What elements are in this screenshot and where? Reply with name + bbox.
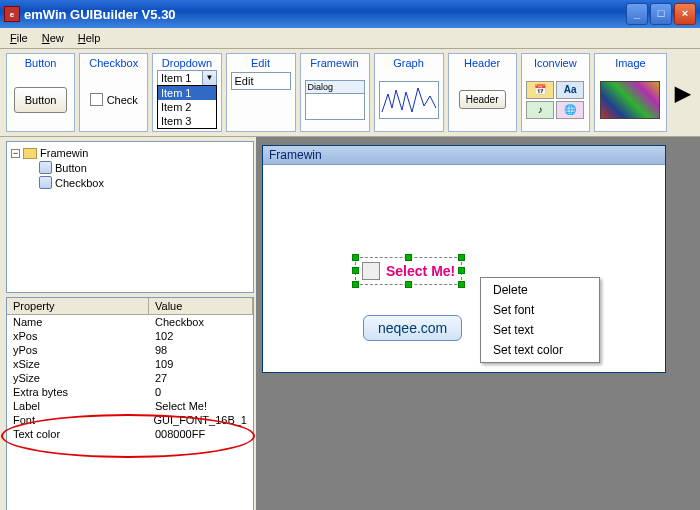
ctx-set-text[interactable]: Set text [481, 320, 599, 340]
calendar-icon: 📅 [526, 81, 554, 99]
widget-icon [39, 161, 52, 174]
header-widget-preview[interactable]: Header [459, 90, 506, 109]
palette-group-image[interactable]: Image [594, 53, 667, 132]
palette-group-framewin[interactable]: Framewin Dialog [300, 53, 370, 132]
dropdown-option[interactable]: Item 3 [158, 114, 216, 128]
palette-header: Edit [229, 56, 293, 70]
palette-header: Button [9, 56, 72, 70]
widget-icon [39, 176, 52, 189]
properties-panel: Property Value NameCheckbox xPos102 yPos… [6, 297, 254, 510]
palette-group-graph[interactable]: Graph [374, 53, 444, 132]
window-buttons: _ □ × [626, 3, 696, 25]
resize-handle[interactable] [405, 281, 412, 288]
palette-group-header[interactable]: Header Header [448, 53, 517, 132]
resize-handle[interactable] [352, 267, 359, 274]
palette-group-dropdown[interactable]: Dropdown Item 1 ▼ Item 1 Item 2 Item 3 [152, 53, 221, 132]
maximize-button[interactable]: □ [650, 3, 672, 25]
prop-row[interactable]: yPos98 [7, 343, 253, 357]
window-title: emWin GUIBuilder V5.30 [24, 7, 626, 22]
menu-new[interactable]: New [36, 30, 70, 46]
minimize-button[interactable]: _ [626, 3, 648, 25]
palette-group-edit[interactable]: Edit Edit [226, 53, 296, 132]
checkbox-label: Select Me! [386, 263, 455, 279]
resize-handle[interactable] [458, 281, 465, 288]
palette-group-iconview[interactable]: Iconview 📅 Aa ♪ 🌐 [521, 53, 590, 132]
design-button-widget[interactable]: neqee.com [363, 315, 462, 341]
dropdown-selected: Item 1 [158, 71, 202, 85]
tree-node-button[interactable]: Button [11, 160, 249, 175]
widget-tree[interactable]: − Framewin Button Checkbox [6, 141, 254, 293]
resize-handle[interactable] [352, 254, 359, 261]
resize-handle[interactable] [405, 254, 412, 261]
checkbox-box[interactable] [362, 262, 380, 280]
resize-handle[interactable] [458, 267, 465, 274]
ctx-set-text-color[interactable]: Set text color [481, 340, 599, 360]
checkbox-icon [90, 93, 103, 106]
tree-node-framewin[interactable]: − Framewin [11, 146, 249, 160]
titlebar: e emWin GUIBuilder V5.30 _ □ × [0, 0, 700, 28]
design-framewin-title: Framewin [263, 146, 665, 165]
prop-row[interactable]: LabelSelect Me! [7, 399, 253, 413]
checkbox-label: Check [107, 94, 138, 106]
prop-row[interactable]: Extra bytes0 [7, 385, 253, 399]
app-icon: e [4, 6, 20, 22]
prop-row[interactable]: Text color008000FF [7, 427, 253, 441]
palette-header: Dropdown [155, 56, 218, 70]
properties-col-value[interactable]: Value [149, 298, 253, 314]
music-icon: ♪ [526, 101, 554, 119]
dropdown-widget-preview[interactable]: Item 1 ▼ [157, 70, 217, 86]
widget-palette: Button Button Checkbox Check Dropdown It… [0, 49, 700, 137]
folder-icon [23, 148, 37, 159]
prop-row[interactable]: xSize109 [7, 357, 253, 371]
menu-file[interactable]: File [4, 30, 34, 46]
properties-col-property[interactable]: Property [7, 298, 149, 314]
design-framewin[interactable]: Framewin Select Me! neqee.com [262, 145, 666, 373]
context-menu: Delete Set font Set text Set text color [480, 277, 600, 363]
palette-group-checkbox[interactable]: Checkbox Check [79, 53, 148, 132]
image-widget-preview[interactable] [600, 81, 660, 119]
button-widget-preview[interactable]: Button [14, 87, 68, 113]
tree-node-checkbox[interactable]: Checkbox [11, 175, 249, 190]
checkbox-widget-preview[interactable]: Check [90, 93, 138, 106]
left-column: − Framewin Button Checkbox Property Valu… [0, 137, 256, 510]
menubar: File New Help [0, 28, 700, 49]
tree-collapse-icon[interactable]: − [11, 149, 20, 158]
iconview-widget-preview[interactable]: 📅 Aa ♪ 🌐 [526, 81, 584, 119]
palette-header: Framewin [303, 56, 367, 70]
prop-row[interactable]: NameCheckbox [7, 315, 253, 329]
tree-label: Button [55, 162, 87, 174]
palette-header: Graph [377, 56, 441, 70]
prop-row[interactable]: ySize27 [7, 371, 253, 385]
prop-row[interactable]: FontGUI_FONT_16B_1 [7, 413, 253, 427]
earth-icon: 🌐 [556, 101, 584, 119]
ctx-delete[interactable]: Delete [481, 280, 599, 300]
close-button[interactable]: × [674, 3, 696, 25]
dropdown-option[interactable]: Item 1 [158, 86, 216, 100]
design-canvas[interactable]: Framewin Select Me! neqee.com [256, 137, 700, 510]
tree-label: Checkbox [55, 177, 104, 189]
palette-scroll-right[interactable]: ▶ [671, 81, 694, 105]
dropdown-option[interactable]: Item 2 [158, 100, 216, 114]
resize-handle[interactable] [352, 281, 359, 288]
selected-checkbox-widget[interactable]: Select Me! [355, 257, 462, 285]
chevron-down-icon[interactable]: ▼ [202, 71, 216, 85]
resize-handle[interactable] [458, 254, 465, 261]
tree-label: Framewin [40, 147, 88, 159]
properties-header: Property Value [7, 298, 253, 315]
prop-row[interactable]: xPos102 [7, 329, 253, 343]
palette-header: Iconview [524, 56, 587, 70]
main-area: − Framewin Button Checkbox Property Valu… [0, 137, 700, 510]
text-icon: Aa [556, 81, 584, 99]
menu-help[interactable]: Help [72, 30, 107, 46]
palette-header: Header [451, 56, 514, 70]
design-content[interactable]: Select Me! neqee.com [263, 165, 665, 372]
graph-line-icon [380, 82, 440, 120]
framewin-preview-title: Dialog [306, 81, 364, 94]
ctx-set-font[interactable]: Set font [481, 300, 599, 320]
framewin-widget-preview[interactable]: Dialog [305, 80, 365, 120]
edit-widget-preview[interactable]: Edit [231, 72, 291, 90]
palette-group-button[interactable]: Button Button [6, 53, 75, 132]
graph-widget-preview[interactable] [379, 81, 439, 119]
palette-header: Image [597, 56, 664, 70]
palette-header: Checkbox [82, 56, 145, 70]
